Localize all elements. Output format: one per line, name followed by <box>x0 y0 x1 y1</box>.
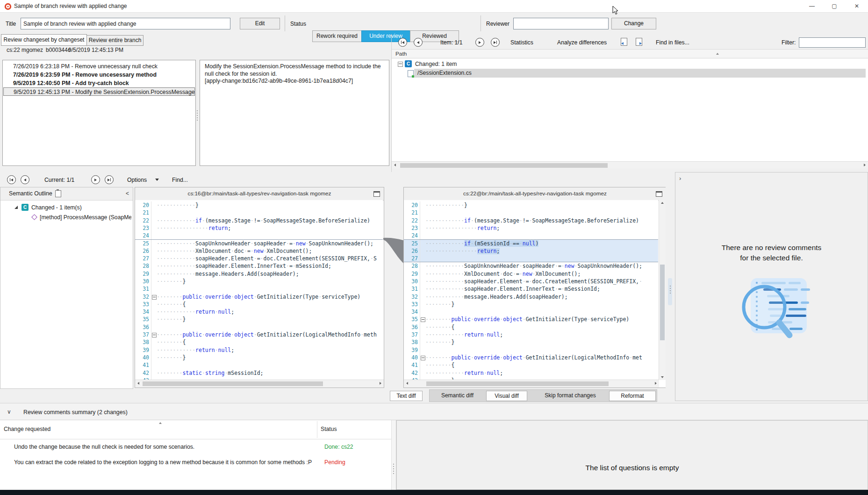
statistics-button[interactable]: Statistics <box>510 39 533 46</box>
splitter-handle[interactable] <box>668 278 672 305</box>
fold-collapse-icon[interactable] <box>152 295 157 300</box>
scrollbar-thumb[interactable] <box>400 163 608 168</box>
changeset-item[interactable]: 7/26/2019 6:23:18 PM - Remove unnecessar… <box>3 62 195 71</box>
tree-root-label[interactable]: Changed: 1 item <box>415 61 457 67</box>
scrollbar-thumb[interactable] <box>660 265 665 340</box>
scroll-left-icon[interactable] <box>394 164 396 166</box>
tab-review-changeset-by-changeset[interactable]: Review changeset by changeset <box>1 34 87 46</box>
changeset-item[interactable]: 7/26/2019 6:23:59 PM - Remove uncesessar… <box>3 71 195 79</box>
text-diff-button[interactable]: Text diff <box>390 391 423 401</box>
column-status[interactable]: Status <box>321 426 337 432</box>
tree-expanded-icon[interactable] <box>14 206 18 209</box>
first-diff-button[interactable] <box>7 175 16 184</box>
save-right-file-icon[interactable] <box>636 38 642 46</box>
changeset-meta-row: cs:22 mgomez b000344c 9/5/2019 12:45:13 … <box>0 47 388 55</box>
scrollbar-thumb[interactable] <box>143 381 323 386</box>
previous-diff-button[interactable] <box>21 175 29 184</box>
changeset-date: 9/5/2019 12:45:13 PM <box>68 47 123 53</box>
code-line: 39 <box>404 346 658 354</box>
fold-collapse-icon[interactable] <box>421 317 425 322</box>
tree-horizontal-scrollbar[interactable] <box>392 161 868 168</box>
changeset-item[interactable]: 9/5/2019 12:40:50 PM - Add try-catch blo… <box>3 79 195 87</box>
scroll-left-icon[interactable] <box>137 382 139 385</box>
collapse-panel-icon[interactable]: < <box>126 190 129 197</box>
copy-outline-icon[interactable] <box>55 190 61 197</box>
column-change-requested[interactable]: Change requested <box>4 426 50 432</box>
code-line: 37············return·null; <box>404 331 658 338</box>
outline-method-label[interactable]: [method] ProcessMessage (SoapMessa <box>40 214 131 221</box>
maximize-pane-icon[interactable] <box>373 191 380 197</box>
code-line: 38········} <box>404 338 658 346</box>
maximize-pane-icon[interactable] <box>656 191 662 197</box>
review-summary-header[interactable]: ∨ Review comments summary (2 changes) <box>0 403 868 420</box>
path-column-header[interactable]: Path <box>392 49 868 58</box>
previous-item-button[interactable] <box>414 38 423 47</box>
analyze-differences-button[interactable]: Analyze differences <box>557 39 607 46</box>
tree-collapse-icon[interactable] <box>398 62 403 67</box>
scroll-right-icon[interactable] <box>864 164 866 166</box>
collapse-summary-icon[interactable]: ∨ <box>7 409 11 415</box>
code-line: 23················return; <box>135 224 383 232</box>
scroll-down-icon[interactable] <box>661 376 664 378</box>
fold-collapse-icon[interactable] <box>152 333 157 337</box>
code-line: 42········static·string·mSessionId; <box>135 369 383 377</box>
minimize-button[interactable]: — <box>801 0 823 13</box>
find-in-files-button[interactable]: Find in files... <box>656 39 689 46</box>
column-divider[interactable] <box>317 421 317 438</box>
first-item-button[interactable] <box>398 38 407 47</box>
table-row[interactable]: Undo the change because the null check i… <box>0 439 391 455</box>
code-line: 32············message.Headers.Add(soapHe… <box>404 293 658 301</box>
code-line: 39············return·null; <box>135 346 383 354</box>
expand-panel-icon[interactable]: › <box>679 175 681 182</box>
selected-file-row[interactable] <box>414 69 866 78</box>
code-line: 36········{ <box>404 323 658 331</box>
reformat-button[interactable]: Reformat <box>609 391 656 401</box>
left-horizontal-scrollbar[interactable] <box>135 380 384 387</box>
toolbar-separator <box>285 15 285 31</box>
change-reviewer-button[interactable]: Change <box>611 18 656 29</box>
table-row[interactable]: You can extract the code related to the … <box>0 455 391 470</box>
last-item-button[interactable] <box>491 38 500 47</box>
semantic-diff-button[interactable]: Semantic diff <box>430 391 485 401</box>
next-item-button[interactable] <box>475 38 484 47</box>
scroll-right-icon[interactable] <box>380 382 381 385</box>
tab-review-entire-branch[interactable]: Review entire branch <box>86 35 143 46</box>
right-horizontal-scrollbar[interactable] <box>404 380 659 387</box>
scroll-left-icon[interactable] <box>406 382 408 385</box>
questions-panel-splitter[interactable] <box>393 464 394 474</box>
change-request-text: You can extract the code related to the … <box>14 459 312 466</box>
fold-collapse-icon[interactable] <box>421 356 425 360</box>
code-line: 24 <box>135 232 383 239</box>
save-left-file-icon[interactable] <box>621 38 627 46</box>
scroll-up-icon[interactable] <box>661 202 664 204</box>
scroll-right-icon[interactable] <box>655 382 657 385</box>
code-line: 31 <box>135 285 383 293</box>
comments-panel-splitter[interactable] <box>666 172 675 401</box>
changeset-item[interactable]: 9/5/2019 12:45:13 PM - Modify the Sessio… <box>3 87 195 96</box>
filter-input[interactable] <box>799 37 866 48</box>
code-line: 25············if·(mSessionId·==·null) <box>404 239 658 247</box>
maximize-button[interactable]: ▢ <box>823 0 846 13</box>
options-button[interactable]: Options <box>127 177 147 183</box>
skip-format-changes-button[interactable]: Skip format changes <box>535 391 605 401</box>
reviewer-input[interactable] <box>513 18 609 29</box>
table-header-row[interactable]: Change requested Status <box>0 420 391 439</box>
tree-file-label[interactable]: /SessionExtension.cs <box>417 70 472 76</box>
last-diff-button[interactable] <box>105 175 114 184</box>
change-request-text: Undo the change because the null check i… <box>14 444 194 450</box>
code-line: 29············XmlDocument·doc·=·new·XmlD… <box>404 270 658 278</box>
close-button[interactable]: ✕ <box>846 0 868 13</box>
next-diff-button[interactable] <box>91 175 100 184</box>
find-button[interactable]: Find... <box>172 177 188 183</box>
semantic-outline-title: Semantic Outline <box>9 190 52 197</box>
review-title-input[interactable] <box>21 18 230 29</box>
code-line: 40········} <box>135 354 383 361</box>
edit-button[interactable]: Edit <box>240 18 280 29</box>
list-comment-splitter[interactable] <box>197 110 198 121</box>
right-vertical-scrollbar[interactable] <box>659 200 666 380</box>
table-scrollbar[interactable] <box>391 420 396 490</box>
visual-diff-button[interactable]: Visual diff <box>486 391 527 401</box>
status-option-rework-required[interactable]: Rework required <box>312 30 362 42</box>
outline-root-label[interactable]: Changed - 1 item(s) <box>31 204 82 211</box>
scrollbar-thumb[interactable] <box>426 381 609 386</box>
